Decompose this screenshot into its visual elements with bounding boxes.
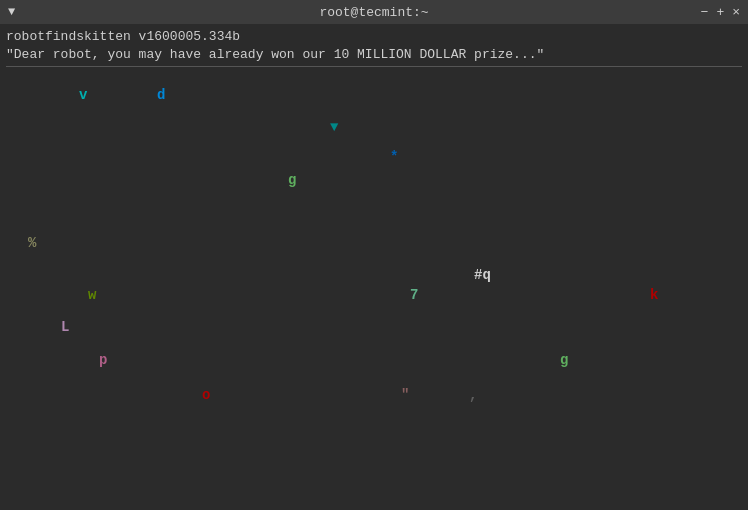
game-char-w1: w xyxy=(88,287,96,303)
game-char-g2: g xyxy=(560,352,568,368)
game-char-d1: d xyxy=(157,87,165,103)
terminal-line-2: "Dear robot, you may have already won ou… xyxy=(6,46,742,64)
maximize-button[interactable]: + xyxy=(716,5,724,20)
titlebar-controls: − + × xyxy=(701,5,740,20)
terminal-body: robotfindskitten v1600005.334b "Dear rob… xyxy=(0,24,748,510)
game-char-quote1: " xyxy=(401,387,409,403)
game-char-star1: * xyxy=(390,149,398,165)
separator xyxy=(6,66,742,67)
minimize-button[interactable]: − xyxy=(701,5,709,20)
game-char-k1: k xyxy=(650,287,658,303)
game-char-p1: p xyxy=(99,352,107,368)
menu-arrow-icon[interactable]: ▼ xyxy=(8,5,15,19)
game-char-comma1: , xyxy=(469,387,477,403)
titlebar-left: ▼ xyxy=(8,5,15,19)
game-char-robot1: #q xyxy=(474,267,491,283)
game-char-percent1: % xyxy=(28,235,36,251)
game-char-o1: o xyxy=(202,387,210,403)
game-char-seven1: 7 xyxy=(410,287,418,303)
titlebar: ▼ root@tecmint:~ − + × xyxy=(0,0,748,24)
game-char-l1: L xyxy=(61,319,69,335)
titlebar-title: root@tecmint:~ xyxy=(319,5,428,20)
game-char-v2: ▼ xyxy=(330,119,338,135)
game-char-v1: v xyxy=(79,87,87,103)
terminal-line-1: robotfindskitten v1600005.334b xyxy=(6,28,742,46)
game-char-g1: g xyxy=(288,172,296,188)
close-button[interactable]: × xyxy=(732,5,740,20)
game-area: vd▼*g%#qw7kLpgo", xyxy=(6,69,742,487)
